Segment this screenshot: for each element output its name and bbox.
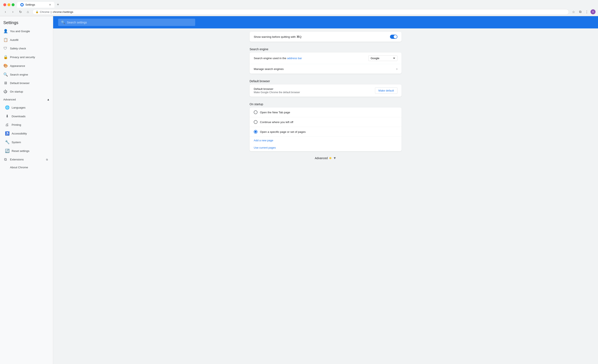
- sidebar-item-extensions[interactable]: ⧉ Extensions ⧉: [0, 155, 51, 164]
- url-separator: |: [51, 10, 51, 14]
- sidebar-label-system: System: [12, 141, 21, 144]
- bottom-advanced-row[interactable]: Advanced ▼: [249, 153, 402, 163]
- avatar[interactable]: A: [590, 9, 596, 14]
- advanced-dot: [329, 157, 331, 159]
- close-button[interactable]: [3, 3, 6, 6]
- accessibility-icon: ♿: [5, 131, 9, 136]
- new-tab-button[interactable]: +: [55, 2, 61, 8]
- sidebar-label-search-engine: Search engine: [10, 73, 28, 76]
- globe-icon: 🌐: [5, 105, 9, 110]
- palette-icon: 🎨: [3, 64, 8, 68]
- warning-notice-label: Show warning before quitting with ⌘Q: [254, 35, 390, 38]
- sidebar-item-downloads[interactable]: ⬇ Downloads: [2, 112, 51, 121]
- tab-bar: Settings ✕ +: [0, 0, 598, 8]
- add-page-button[interactable]: Add a new page: [249, 137, 277, 144]
- sidebar-item-safety-check[interactable]: 🛡 Safety check: [0, 44, 51, 53]
- url-bar[interactable]: 🔒 Chrome | chrome://settings: [32, 9, 569, 15]
- sidebar-item-system[interactable]: 🔧 System: [2, 138, 51, 146]
- sidebar-label-printing: Printing: [12, 123, 21, 126]
- sidebar-label-autofill: Autofill: [10, 38, 18, 41]
- sidebar-item-on-startup[interactable]: ⏻ On startup: [0, 87, 51, 96]
- reload-button[interactable]: ↻: [17, 9, 23, 15]
- on-startup-section-title: On startup: [249, 98, 402, 107]
- sidebar-label-languages: Languages: [12, 106, 25, 109]
- search-box[interactable]: 🔍: [58, 19, 195, 26]
- home-button[interactable]: ⌂: [25, 9, 31, 15]
- browser-chrome: Settings ✕ + ‹ › ↻ ⌂ 🔒 Chrome | chrome:/…: [0, 0, 598, 16]
- minimize-button[interactable]: [8, 3, 10, 6]
- search-engine-select[interactable]: Google: [368, 55, 398, 61]
- search-input[interactable]: [67, 21, 192, 24]
- advanced-section-chevron: ▲: [47, 98, 50, 101]
- address-bar-link[interactable]: address bar: [287, 57, 302, 60]
- download-icon: ⬇: [5, 114, 9, 119]
- startup-option-new-tab[interactable]: Open the New Tab page: [249, 107, 402, 117]
- chevron-right-icon: ›: [396, 67, 398, 71]
- main-content: 🔍 Show warning before quitting with ⌘Q S…: [53, 16, 598, 364]
- radio-specific-page-label: Open a specific page or set of pages: [260, 130, 306, 133]
- main-inner: Show warning before quitting with ⌘Q Sea…: [245, 32, 407, 172]
- search-engine-section-title: Search engine: [249, 43, 402, 53]
- default-browser-card: Default browser Make Google Chrome the d…: [249, 84, 402, 97]
- startup-icon: ⏻: [3, 89, 8, 94]
- extensions-button[interactable]: ⧉: [577, 9, 583, 15]
- search-engine-card: Search engine used in the address bar Go…: [249, 53, 402, 74]
- radio-continue[interactable]: [254, 120, 257, 124]
- manage-search-engines-label: Manage search engines: [254, 67, 396, 71]
- external-link-icon: ⧉: [46, 158, 48, 161]
- sidebar-item-privacy-security[interactable]: 🔒 Privacy and security: [0, 53, 51, 61]
- print-icon: 🖨: [5, 123, 9, 127]
- bottom-advanced-label: Advanced: [315, 156, 328, 160]
- sidebar-item-printing[interactable]: 🖨 Printing: [2, 121, 51, 129]
- manage-search-engines-row[interactable]: Manage search engines ›: [249, 64, 402, 74]
- default-browser-row: Default browser Make Google Chrome the d…: [249, 84, 402, 97]
- sidebar-item-languages[interactable]: 🌐 Languages: [2, 103, 51, 112]
- advanced-section-header[interactable]: Advanced ▲: [0, 96, 53, 103]
- tab-close-button[interactable]: ✕: [49, 3, 51, 6]
- sidebar-header: Settings: [0, 18, 53, 27]
- advanced-section-label: Advanced: [3, 98, 16, 101]
- site-name: Chrome: [40, 10, 50, 14]
- sidebar-item-autofill[interactable]: 📋 Autofill: [0, 35, 51, 44]
- lock-icon: 🔒: [3, 55, 8, 59]
- radio-continue-label: Continue where you left off: [260, 121, 293, 124]
- forward-button[interactable]: ›: [10, 9, 16, 15]
- sidebar-item-reset-settings[interactable]: 🔄 Reset settings: [2, 146, 51, 155]
- search-icon: 🔍: [61, 20, 65, 24]
- system-icon: 🔧: [5, 140, 9, 145]
- warning-notice-toggle[interactable]: [390, 35, 398, 39]
- shield-icon: 🛡: [3, 46, 8, 51]
- url-path: chrome://settings: [53, 10, 73, 14]
- sidebar-item-about-chrome[interactable]: About Chrome: [0, 164, 51, 171]
- default-browser-section-title: Default browser: [249, 75, 402, 84]
- sidebar-label-extensions: Extensions: [10, 158, 24, 161]
- make-default-button[interactable]: Make default: [375, 87, 398, 94]
- tab-favicon: [20, 3, 24, 7]
- bookmark-button[interactable]: ☆: [571, 9, 576, 15]
- address-bar: ‹ › ↻ ⌂ 🔒 Chrome | chrome://settings ☆ ⧉…: [0, 8, 598, 16]
- sidebar-item-appearance[interactable]: 🎨 Appearance: [0, 61, 51, 70]
- sidebar-label-appearance: Appearance: [10, 64, 25, 67]
- radio-new-tab[interactable]: [254, 110, 257, 114]
- back-button[interactable]: ‹: [2, 9, 8, 15]
- traffic-lights: [2, 3, 16, 6]
- sidebar-label-you-google: You and Google: [10, 30, 30, 33]
- sidebar-label-reset-settings: Reset settings: [12, 149, 29, 153]
- maximize-button[interactable]: [12, 3, 15, 6]
- use-current-pages-button[interactable]: Use current pages: [249, 144, 280, 151]
- sidebar-item-you-google[interactable]: 👤 You and Google: [0, 27, 51, 35]
- sidebar: Settings 👤 You and Google 📋 Autofill 🛡 S…: [0, 16, 53, 364]
- sidebar-item-search-engine[interactable]: 🔍 Search engine: [0, 70, 51, 79]
- radio-specific-page[interactable]: [254, 130, 257, 134]
- startup-option-continue[interactable]: Continue where you left off: [249, 117, 402, 127]
- startup-option-specific-page[interactable]: Open a specific page or set of pages: [249, 127, 402, 137]
- sidebar-title: Settings: [3, 20, 50, 25]
- sidebar-item-default-browser[interactable]: 🖥 Default browser: [0, 79, 51, 87]
- menu-button[interactable]: ⋮: [584, 9, 590, 15]
- autofill-icon: 📋: [3, 38, 8, 42]
- sidebar-item-accessibility[interactable]: ♿ Accessibility: [2, 129, 51, 138]
- advanced-chevron-down-icon: ▼: [333, 156, 336, 160]
- extensions-nav-icon: ⧉: [3, 157, 8, 162]
- settings-tab[interactable]: Settings ✕: [17, 2, 54, 8]
- sidebar-label-accessibility: Accessibility: [12, 132, 27, 135]
